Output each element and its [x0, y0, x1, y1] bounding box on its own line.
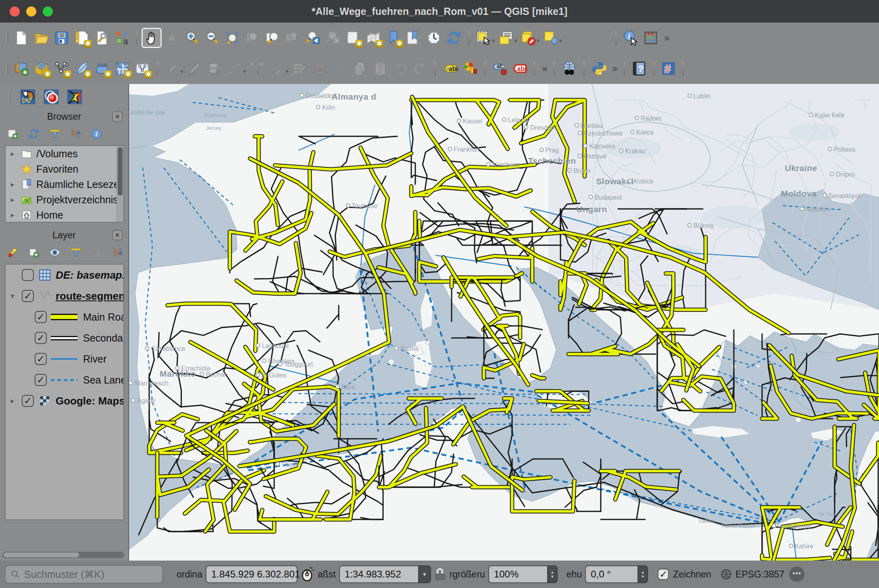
magnifier-stepper[interactable]: ▴▾: [547, 565, 558, 583]
style-manager-button[interactable]: a: [112, 28, 132, 48]
collapse-arrow-icon[interactable]: ▾: [7, 292, 18, 300]
add-group-button[interactable]: [27, 245, 41, 260]
zoom-last-button[interactable]: [303, 28, 323, 48]
browser-item-raeumliche-lesezeichen[interactable]: ▸ Räumliche Lesezeichen: [6, 177, 123, 192]
filter-legend-button[interactable]: [69, 245, 83, 260]
data-source-manager-button[interactable]: [11, 58, 31, 79]
close-window-button[interactable]: [10, 6, 20, 17]
osm-place-search-button[interactable]: [559, 58, 579, 79]
messages-button[interactable]: •••: [789, 567, 804, 582]
browser-scrollbar[interactable]: [117, 146, 123, 222]
toolbar-handle[interactable]: [6, 32, 8, 44]
crs-globe-icon[interactable]: [720, 568, 732, 580]
expand-arrow-icon[interactable]: ▸: [8, 180, 17, 189]
scale-lock-icon[interactable]: [435, 568, 446, 580]
filter-browser-button[interactable]: [48, 127, 62, 141]
map-canvas[interactable]: Keltische See Guernsey Jersey Düsseldorf…: [128, 84, 879, 561]
layer-item-google-maps[interactable]: ▸ ✓ Google: Maps (XYZ): [6, 390, 123, 411]
properties-info-button[interactable]: i: [90, 127, 104, 141]
expand-all-button[interactable]: [110, 245, 125, 260]
geometry-checker-button[interactable]: [19, 88, 37, 106]
layer-item-basemap[interactable]: DE: basemap.de farbig: [6, 265, 123, 286]
close-layer-panel-button[interactable]: ×: [112, 230, 123, 240]
expand-arrow-icon[interactable]: ▸: [8, 196, 17, 204]
legend-checkbox[interactable]: ✓: [35, 374, 47, 386]
legend-item-secondary-road[interactable]: ✓ Secondary Road: [6, 327, 123, 348]
label-highlight-button[interactable]: abc: [510, 58, 530, 79]
browser-item-volumes[interactable]: ▸ /Volumes: [6, 146, 123, 161]
expand-arrow-icon[interactable]: ▸: [8, 211, 17, 219]
temporal-controller-button[interactable]: [424, 28, 444, 48]
new-temporary-scratch-layer-button[interactable]: ✱: [132, 58, 152, 79]
extent-mouse-icon[interactable]: [301, 567, 315, 582]
browser-item-home[interactable]: ▸ Home: [6, 207, 123, 223]
new-3d-map-view-button[interactable]: ✱: [363, 28, 383, 48]
toolbar-handle[interactable]: [6, 63, 8, 75]
toolbar-handle[interactable]: [9, 91, 10, 103]
toolbar-overflow-button[interactable]: »: [612, 63, 617, 74]
statistical-summary-button[interactable]: [641, 28, 661, 48]
render-checkbox[interactable]: ✓: [658, 569, 669, 580]
collapse-all-button[interactable]: [69, 127, 83, 141]
layer-checkbox[interactable]: ✓: [22, 290, 34, 302]
layer-diagram-button[interactable]: [460, 58, 480, 79]
magnifier-spinbox[interactable]: 100%: [488, 565, 551, 583]
new-project-button[interactable]: [11, 28, 31, 48]
labeling-pin-button[interactable]: ab: [489, 58, 510, 79]
manage-map-themes-button[interactable]: [48, 245, 62, 260]
new-geopackage-layer-button[interactable]: ✱: [72, 58, 92, 79]
select-features-button[interactable]: [473, 28, 494, 48]
python-console-button[interactable]: [589, 58, 609, 79]
pan-map-button[interactable]: [142, 28, 162, 48]
scale-dropdown-button[interactable]: ▾: [418, 565, 431, 583]
help-contents-button[interactable]: ?: [629, 58, 649, 79]
locator-search-input[interactable]: Suchmuster (⌘K): [5, 565, 163, 584]
show-spatial-bookmarks-button[interactable]: [404, 28, 424, 48]
topology-checker-button[interactable]: [65, 88, 84, 106]
layer-checkbox[interactable]: [22, 269, 34, 281]
legend-checkbox[interactable]: ✓: [35, 311, 47, 323]
legend-checkbox[interactable]: ✓: [35, 353, 47, 365]
close-browser-panel-button[interactable]: ×: [112, 111, 123, 122]
new-map-view-button[interactable]: ✱: [343, 28, 363, 48]
legend-checkbox[interactable]: ✓: [35, 332, 47, 344]
zoom-window-button[interactable]: [43, 6, 53, 17]
coverage-checker-button[interactable]: [42, 88, 60, 106]
rotation-stepper[interactable]: ▴▾: [637, 565, 648, 583]
select-by-location-button[interactable]: [541, 28, 561, 48]
scale-combobox[interactable]: 1:34.983.952: [339, 565, 422, 583]
add-favorite-button[interactable]: [6, 127, 20, 141]
layer-labeling-button[interactable]: abc: [440, 58, 460, 79]
zoom-in-button[interactable]: [182, 28, 202, 48]
new-print-layout-button[interactable]: ✱: [72, 28, 92, 48]
identify-features-button[interactable]: i: [621, 28, 641, 48]
legend-item-sea-lane[interactable]: ✓ Sea Lane: [6, 369, 123, 390]
legend-item-river[interactable]: ✓ River: [6, 348, 123, 369]
toolbar-overflow-button[interactable]: »: [542, 63, 547, 74]
layer-checkbox[interactable]: ✓: [22, 395, 34, 407]
rotation-spinbox[interactable]: 0,0 °: [585, 565, 642, 583]
expand-arrow-icon[interactable]: ▸: [8, 150, 17, 158]
mesh-calculator-button[interactable]: #: [658, 58, 679, 79]
coordinate-field[interactable]: 1.845.929 6.302.801: [206, 565, 298, 583]
select-features-by-value-button[interactable]: [496, 28, 516, 48]
layer-item-route-segments[interactable]: ▾ ✓ route-segments-all-17: [6, 286, 123, 307]
new-virtual-layer-button[interactable]: ✱: [112, 58, 132, 79]
legend-item-main-road[interactable]: ✓ Main Road: [6, 307, 123, 327]
toolbar-overflow-button[interactable]: »: [664, 32, 669, 44]
zoom-to-layer-button[interactable]: [262, 28, 283, 48]
save-project-button[interactable]: [52, 28, 72, 48]
deselect-features-button[interactable]: [518, 28, 538, 48]
open-project-button[interactable]: [31, 28, 52, 48]
show-layout-manager-button[interactable]: [92, 28, 112, 48]
browser-item-favoriten[interactable]: Favoriten: [6, 161, 123, 177]
refresh-map-button[interactable]: [444, 28, 464, 48]
zoom-out-button[interactable]: [202, 28, 222, 48]
minimize-window-button[interactable]: [26, 6, 36, 17]
zoom-full-extent-button[interactable]: [222, 28, 242, 48]
crs-status[interactable]: EPSG:3857: [735, 569, 784, 580]
new-spatial-bookmark-button[interactable]: ✱: [383, 28, 404, 48]
dock-horizontal-scrollbar[interactable]: [2, 552, 124, 558]
new-shapefile-layer-button[interactable]: ✱: [52, 58, 72, 79]
refresh-browser-button[interactable]: [27, 127, 41, 141]
